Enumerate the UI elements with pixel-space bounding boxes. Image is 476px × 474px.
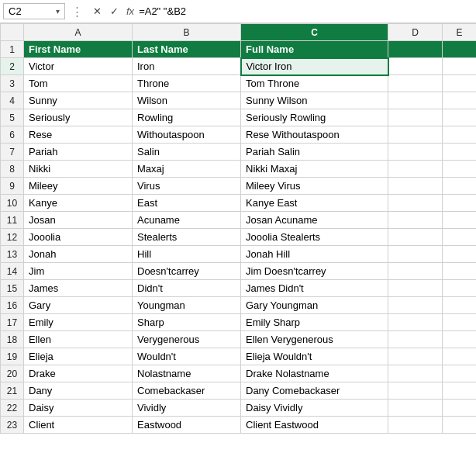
cell-empty-d[interactable] <box>388 246 443 263</box>
cell-empty-e[interactable] <box>443 229 477 246</box>
cell-full-name[interactable]: Nikki Maxaj <box>241 161 388 178</box>
cell-full-name[interactable]: Daisy Vividly <box>241 400 388 417</box>
cell-full-name[interactable]: Drake Nolastname <box>241 365 388 382</box>
cell-empty-d[interactable] <box>388 365 443 382</box>
cell-empty-d[interactable] <box>388 58 443 75</box>
cell-last-name[interactable]: Virus <box>133 178 241 195</box>
cell-first-name[interactable]: Jooolia <box>24 229 133 246</box>
cell-empty-d[interactable] <box>388 280 443 297</box>
cell-last-name[interactable]: Doesn'tcarrey <box>133 263 241 280</box>
cell-first-name[interactable]: Josan <box>24 212 133 229</box>
cell-last-name[interactable]: Eastwood <box>133 417 241 434</box>
cell-empty-e[interactable] <box>443 297 477 314</box>
cell-full-name[interactable]: Gary Youngman <box>241 297 388 314</box>
cell-last-name[interactable]: Wilson <box>133 92 241 109</box>
cell-empty-d[interactable] <box>388 400 443 417</box>
cell-first-name[interactable]: Seriously <box>24 109 133 126</box>
cell-empty-d[interactable] <box>388 348 443 365</box>
confirm-formula-icon[interactable]: ✓ <box>106 4 122 19</box>
cell-full-name[interactable]: Jim Doesn'tcarrey <box>241 263 388 280</box>
col-header-c[interactable]: C <box>241 24 388 41</box>
cell-last-name[interactable]: Wouldn't <box>133 348 241 365</box>
col-header-b[interactable]: B <box>133 24 241 41</box>
col-header-a[interactable]: A <box>24 24 133 41</box>
cell-empty-e[interactable] <box>443 314 477 331</box>
cell-empty-e[interactable] <box>443 161 477 178</box>
cell-empty-d[interactable] <box>388 297 443 314</box>
cell-last-name[interactable]: Iron <box>133 58 241 75</box>
cell-first-name[interactable]: Rese <box>24 126 133 144</box>
cell-first-name[interactable]: James <box>24 280 133 297</box>
cell-last-name[interactable]: Verygenerous <box>133 331 241 348</box>
cell-full-name[interactable]: Kanye East <box>241 195 388 212</box>
cell-first-name[interactable]: Emily <box>24 314 133 331</box>
cell-empty-d[interactable] <box>388 109 443 126</box>
cell-empty-e[interactable] <box>443 417 477 434</box>
cell-empty-e[interactable] <box>443 263 477 280</box>
cell-first-name[interactable]: Elieja <box>24 348 133 365</box>
cell-first-name[interactable]: Dany <box>24 382 133 400</box>
cell-empty-e[interactable] <box>443 212 477 229</box>
formula-input[interactable] <box>139 5 476 17</box>
cell-empty-e[interactable] <box>443 126 477 144</box>
cell-full-name[interactable]: Client Eastwood <box>241 417 388 434</box>
cell-empty-d[interactable] <box>388 417 443 434</box>
cell-empty-d[interactable] <box>388 195 443 212</box>
cell-full-name[interactable]: Sunny Wilson <box>241 92 388 109</box>
cell-full-name[interactable]: Rese Withoutaspoon <box>241 126 388 144</box>
cell-first-name[interactable]: Gary <box>24 297 133 314</box>
cell-empty-e[interactable] <box>443 58 477 75</box>
header-cell-b[interactable]: Last Name <box>133 41 241 58</box>
cell-ref-dropdown-icon[interactable]: ▾ <box>56 7 60 16</box>
cell-full-name[interactable]: Mileey Virus <box>241 178 388 195</box>
cell-reference-box[interactable]: C2 ▾ <box>3 3 65 19</box>
cell-empty-d[interactable] <box>388 331 443 348</box>
header-cell-c[interactable]: Full Name <box>241 41 388 58</box>
cell-first-name[interactable]: Ellen <box>24 331 133 348</box>
cell-empty-e[interactable] <box>443 92 477 109</box>
cell-last-name[interactable]: Throne <box>133 75 241 92</box>
cell-empty-d[interactable] <box>388 126 443 144</box>
cell-full-name[interactable]: James Didn't <box>241 280 388 297</box>
cell-last-name[interactable]: Rowling <box>133 109 241 126</box>
cell-empty-e[interactable] <box>443 195 477 212</box>
cell-first-name[interactable]: Sunny <box>24 92 133 109</box>
cell-full-name[interactable]: Dany Comebackaser <box>241 382 388 400</box>
cell-empty-d[interactable] <box>388 263 443 280</box>
cell-full-name[interactable]: Jonah Hill <box>241 246 388 263</box>
cell-first-name[interactable]: Mileey <box>24 178 133 195</box>
cell-last-name[interactable]: Comebackaser <box>133 382 241 400</box>
cell-last-name[interactable]: Youngman <box>133 297 241 314</box>
cell-first-name[interactable]: Daisy <box>24 400 133 417</box>
cell-last-name[interactable]: Maxaj <box>133 161 241 178</box>
cell-empty-e[interactable] <box>443 365 477 382</box>
cell-full-name[interactable]: Elieja Wouldn't <box>241 348 388 365</box>
cell-empty-d[interactable] <box>388 161 443 178</box>
cell-empty-e[interactable] <box>443 331 477 348</box>
cell-first-name[interactable]: Jonah <box>24 246 133 263</box>
cell-empty-e[interactable] <box>443 400 477 417</box>
cell-last-name[interactable]: Vividly <box>133 400 241 417</box>
cell-first-name[interactable]: Victor <box>24 58 133 75</box>
cell-first-name[interactable]: Kanye <box>24 195 133 212</box>
cell-empty-d[interactable] <box>388 92 443 109</box>
cell-first-name[interactable]: Pariah <box>24 144 133 161</box>
cell-full-name[interactable]: Jooolia Stealerts <box>241 229 388 246</box>
cell-empty-d[interactable] <box>388 75 443 92</box>
cell-empty-d[interactable] <box>388 229 443 246</box>
cell-empty-e[interactable] <box>443 178 477 195</box>
cancel-formula-icon[interactable]: ✕ <box>89 4 105 19</box>
cell-first-name[interactable]: Drake <box>24 365 133 382</box>
cell-full-name[interactable]: Seriously Rowling <box>241 109 388 126</box>
col-header-d[interactable]: D <box>388 24 443 41</box>
cell-empty-e[interactable] <box>443 75 477 92</box>
cell-empty-d[interactable] <box>388 314 443 331</box>
cell-empty-e[interactable] <box>443 144 477 161</box>
cell-full-name[interactable]: Emily Sharp <box>241 314 388 331</box>
cell-empty-e[interactable] <box>443 348 477 365</box>
cell-full-name[interactable]: Victor Iron <box>241 58 388 75</box>
cell-full-name[interactable]: Josan Acuname <box>241 212 388 229</box>
cell-last-name[interactable]: Nolastname <box>133 365 241 382</box>
cell-full-name[interactable]: Ellen Verygenerous <box>241 331 388 348</box>
cell-last-name[interactable]: Salin <box>133 144 241 161</box>
